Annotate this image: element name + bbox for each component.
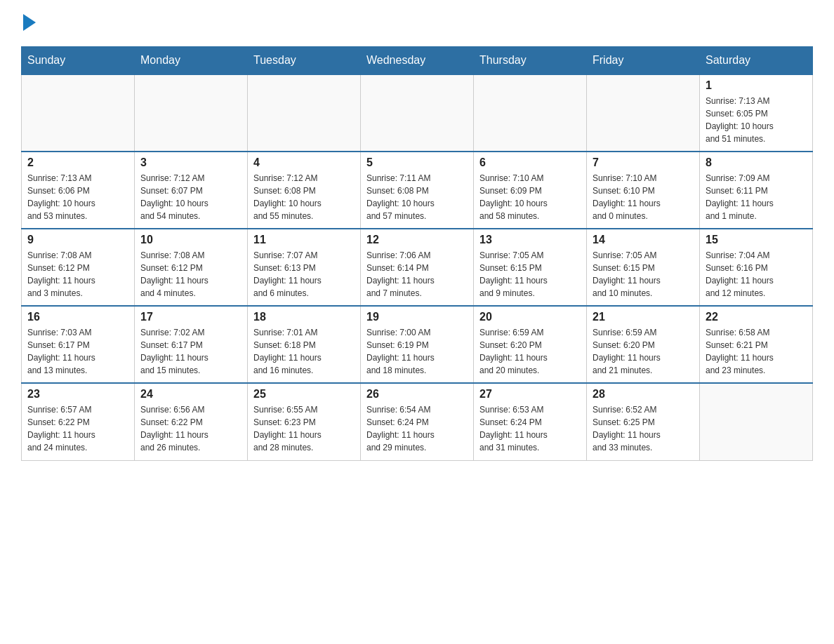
day-info: Sunrise: 7:03 AMSunset: 6:17 PMDaylight:… xyxy=(27,326,128,377)
weekday-header-saturday: Saturday xyxy=(700,47,813,75)
calendar-cell: 24Sunrise: 6:56 AMSunset: 6:22 PMDayligh… xyxy=(135,383,248,460)
day-info: Sunrise: 7:07 AMSunset: 6:13 PMDaylight:… xyxy=(253,249,355,300)
day-number: 11 xyxy=(253,234,355,246)
calendar-cell: 1Sunrise: 7:13 AMSunset: 6:05 PMDaylight… xyxy=(700,74,813,152)
calendar-cell: 16Sunrise: 7:03 AMSunset: 6:17 PMDayligh… xyxy=(22,306,135,383)
day-info: Sunrise: 7:13 AMSunset: 6:06 PMDaylight:… xyxy=(27,172,128,222)
day-number: 13 xyxy=(479,234,581,246)
day-info: Sunrise: 7:09 AMSunset: 6:11 PMDaylight:… xyxy=(706,172,807,222)
logo-arrow-icon xyxy=(23,14,36,31)
weekday-header-row: SundayMondayTuesdayWednesdayThursdayFrid… xyxy=(22,47,813,75)
day-number: 22 xyxy=(706,311,807,323)
day-number: 2 xyxy=(27,156,128,169)
day-number: 28 xyxy=(593,388,694,401)
day-number: 1 xyxy=(706,79,807,92)
weekday-header-sunday: Sunday xyxy=(22,47,135,75)
day-number: 9 xyxy=(27,234,128,246)
calendar-cell: 18Sunrise: 7:01 AMSunset: 6:18 PMDayligh… xyxy=(248,306,361,383)
day-info: Sunrise: 7:10 AMSunset: 6:10 PMDaylight:… xyxy=(593,172,694,222)
day-number: 23 xyxy=(27,388,128,401)
day-number: 3 xyxy=(140,156,241,169)
calendar-week-2: 2Sunrise: 7:13 AMSunset: 6:06 PMDaylight… xyxy=(22,152,813,229)
calendar-cell: 9Sunrise: 7:08 AMSunset: 6:12 PMDaylight… xyxy=(22,229,135,306)
calendar-cell: 22Sunrise: 6:58 AMSunset: 6:21 PMDayligh… xyxy=(700,306,813,383)
day-info: Sunrise: 7:08 AMSunset: 6:12 PMDaylight:… xyxy=(140,249,241,300)
calendar-cell: 4Sunrise: 7:12 AMSunset: 6:08 PMDaylight… xyxy=(248,152,361,229)
day-number: 27 xyxy=(479,388,581,401)
day-info: Sunrise: 6:53 AMSunset: 6:24 PMDaylight:… xyxy=(479,403,581,454)
day-number: 5 xyxy=(366,156,468,169)
calendar-cell xyxy=(361,74,474,152)
day-number: 17 xyxy=(140,311,241,323)
calendar-cell xyxy=(587,74,700,152)
calendar-cell: 10Sunrise: 7:08 AMSunset: 6:12 PMDayligh… xyxy=(135,229,248,306)
day-info: Sunrise: 6:54 AMSunset: 6:24 PMDaylight:… xyxy=(366,403,468,454)
calendar-cell: 2Sunrise: 7:13 AMSunset: 6:06 PMDaylight… xyxy=(22,152,135,229)
calendar-cell xyxy=(135,74,248,152)
day-info: Sunrise: 6:59 AMSunset: 6:20 PMDaylight:… xyxy=(479,326,581,377)
calendar-cell: 23Sunrise: 6:57 AMSunset: 6:22 PMDayligh… xyxy=(22,383,135,460)
calendar-week-3: 9Sunrise: 7:08 AMSunset: 6:12 PMDaylight… xyxy=(22,229,813,306)
day-info: Sunrise: 7:01 AMSunset: 6:18 PMDaylight:… xyxy=(253,326,355,377)
calendar-cell: 6Sunrise: 7:10 AMSunset: 6:09 PMDaylight… xyxy=(474,152,587,229)
day-number: 20 xyxy=(479,311,581,323)
day-number: 18 xyxy=(253,311,355,323)
day-number: 12 xyxy=(366,234,468,246)
day-number: 21 xyxy=(593,311,694,323)
day-info: Sunrise: 6:57 AMSunset: 6:22 PMDaylight:… xyxy=(27,403,128,454)
calendar-cell: 15Sunrise: 7:04 AMSunset: 6:16 PMDayligh… xyxy=(700,229,813,306)
calendar-cell xyxy=(22,74,135,152)
calendar-cell: 5Sunrise: 7:11 AMSunset: 6:08 PMDaylight… xyxy=(361,152,474,229)
calendar-cell xyxy=(248,74,361,152)
calendar-cell: 28Sunrise: 6:52 AMSunset: 6:25 PMDayligh… xyxy=(587,383,700,460)
day-info: Sunrise: 7:00 AMSunset: 6:19 PMDaylight:… xyxy=(366,326,468,377)
day-info: Sunrise: 7:05 AMSunset: 6:15 PMDaylight:… xyxy=(593,249,694,300)
day-info: Sunrise: 6:59 AMSunset: 6:20 PMDaylight:… xyxy=(593,326,694,377)
calendar-table: SundayMondayTuesdayWednesdayThursdayFrid… xyxy=(21,46,813,461)
day-info: Sunrise: 6:58 AMSunset: 6:21 PMDaylight:… xyxy=(706,326,807,377)
day-number: 4 xyxy=(253,156,355,169)
calendar-week-5: 23Sunrise: 6:57 AMSunset: 6:22 PMDayligh… xyxy=(22,383,813,460)
day-number: 7 xyxy=(593,156,694,169)
day-number: 19 xyxy=(366,311,468,323)
calendar-cell: 12Sunrise: 7:06 AMSunset: 6:14 PMDayligh… xyxy=(361,229,474,306)
calendar-week-4: 16Sunrise: 7:03 AMSunset: 6:17 PMDayligh… xyxy=(22,306,813,383)
day-number: 14 xyxy=(593,234,694,246)
calendar-cell: 17Sunrise: 7:02 AMSunset: 6:17 PMDayligh… xyxy=(135,306,248,383)
day-number: 24 xyxy=(140,388,241,401)
weekday-header-wednesday: Wednesday xyxy=(361,47,474,75)
day-number: 16 xyxy=(27,311,128,323)
calendar-week-1: 1Sunrise: 7:13 AMSunset: 6:05 PMDaylight… xyxy=(22,74,813,152)
calendar-cell: 26Sunrise: 6:54 AMSunset: 6:24 PMDayligh… xyxy=(361,383,474,460)
day-number: 10 xyxy=(140,234,241,246)
calendar-cell: 14Sunrise: 7:05 AMSunset: 6:15 PMDayligh… xyxy=(587,229,700,306)
day-info: Sunrise: 6:55 AMSunset: 6:23 PMDaylight:… xyxy=(253,403,355,454)
calendar-cell: 7Sunrise: 7:10 AMSunset: 6:10 PMDaylight… xyxy=(587,152,700,229)
calendar-cell xyxy=(700,383,813,460)
day-number: 6 xyxy=(479,156,581,169)
day-number: 26 xyxy=(366,388,468,401)
day-info: Sunrise: 7:08 AMSunset: 6:12 PMDaylight:… xyxy=(27,249,128,300)
day-info: Sunrise: 7:11 AMSunset: 6:08 PMDaylight:… xyxy=(366,172,468,222)
day-info: Sunrise: 7:10 AMSunset: 6:09 PMDaylight:… xyxy=(479,172,581,222)
day-info: Sunrise: 7:12 AMSunset: 6:08 PMDaylight:… xyxy=(253,172,355,222)
weekday-header-monday: Monday xyxy=(135,47,248,75)
day-info: Sunrise: 7:06 AMSunset: 6:14 PMDaylight:… xyxy=(366,249,468,300)
calendar-cell: 25Sunrise: 6:55 AMSunset: 6:23 PMDayligh… xyxy=(248,383,361,460)
calendar-cell: 19Sunrise: 7:00 AMSunset: 6:19 PMDayligh… xyxy=(361,306,474,383)
calendar-cell: 3Sunrise: 7:12 AMSunset: 6:07 PMDaylight… xyxy=(135,152,248,229)
calendar-cell: 20Sunrise: 6:59 AMSunset: 6:20 PMDayligh… xyxy=(474,306,587,383)
day-info: Sunrise: 6:52 AMSunset: 6:25 PMDaylight:… xyxy=(593,403,694,454)
weekday-header-thursday: Thursday xyxy=(474,47,587,75)
calendar-cell xyxy=(474,74,587,152)
day-info: Sunrise: 7:04 AMSunset: 6:16 PMDaylight:… xyxy=(706,249,807,300)
day-number: 15 xyxy=(706,234,807,246)
calendar-cell: 11Sunrise: 7:07 AMSunset: 6:13 PMDayligh… xyxy=(248,229,361,306)
calendar-cell: 27Sunrise: 6:53 AMSunset: 6:24 PMDayligh… xyxy=(474,383,587,460)
logo xyxy=(21,14,36,32)
calendar-cell: 13Sunrise: 7:05 AMSunset: 6:15 PMDayligh… xyxy=(474,229,587,306)
weekday-header-tuesday: Tuesday xyxy=(248,47,361,75)
day-info: Sunrise: 7:12 AMSunset: 6:07 PMDaylight:… xyxy=(140,172,241,222)
day-number: 25 xyxy=(253,388,355,401)
weekday-header-friday: Friday xyxy=(587,47,700,75)
